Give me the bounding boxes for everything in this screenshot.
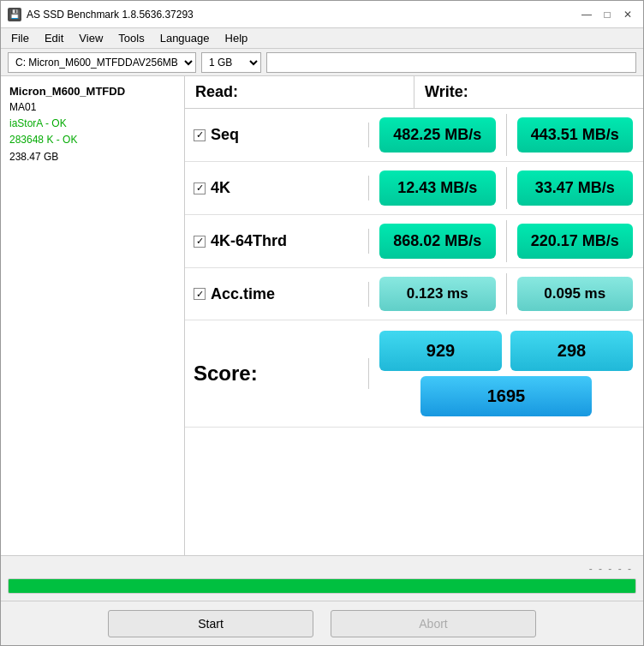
drive-info: MA01 iaStorA - OK 283648 K - OK 238.47 G… (9, 99, 176, 165)
4k-read-value: 12.43 MB/s (379, 170, 496, 206)
menu-edit[interactable]: Edit (38, 30, 70, 46)
right-panel: Read: Write: ✓ Seq 482.25 MB/s 443.51 MB… (185, 76, 643, 555)
extra-input (266, 52, 636, 73)
4k64-read-value: 868.02 MB/s (379, 224, 496, 259)
acc-label: Acc.time (211, 285, 275, 303)
score-write-value: 298 (510, 331, 633, 371)
bottom-bar: Start Abort (1, 601, 643, 645)
score-label-col: Score: (185, 358, 369, 389)
bench-row-4k64: ✓ 4K-64Thrd 868.02 MB/s 220.17 MB/s (185, 215, 643, 268)
drive-model: MA01 (9, 99, 176, 116)
menu-file[interactable]: File (4, 30, 36, 46)
seq-label: Seq (211, 126, 239, 144)
drive-select[interactable]: C: Micron_M600_MTFDDAV256MBF (8, 52, 196, 73)
4k-label-col: ✓ 4K (185, 176, 369, 200)
4k64-label-col: ✓ 4K-64Thrd (185, 229, 369, 254)
4k64-write-col: 220.17 MB/s (507, 220, 644, 262)
progress-dots: - - - - - (589, 563, 633, 575)
menu-bar: File Edit View Tools Language Help (1, 28, 643, 49)
window-controls: — □ ✕ (578, 7, 636, 22)
menu-tools[interactable]: Tools (111, 30, 151, 46)
4k64-label: 4K-64Thrd (211, 232, 287, 250)
4k-write-col: 33.47 MB/s (507, 167, 644, 209)
drive-size-k: 283648 K - OK (9, 132, 176, 148)
score-label: Score: (194, 362, 258, 385)
drive-name: Micron_M600_MTFDD (9, 85, 176, 98)
main-window: 💾 AS SSD Benchmark 1.8.5636.37293 — □ ✕ … (0, 0, 644, 646)
4k-write-value: 33.47 MB/s (517, 170, 634, 206)
read-header: Read: (185, 76, 414, 108)
minimize-button[interactable]: — (578, 7, 595, 22)
seq-write-value: 443.51 MB/s (517, 117, 634, 153)
4k-label: 4K (211, 179, 230, 197)
seq-checkbox[interactable]: ✓ (194, 129, 206, 141)
drive-driver: iaStorA - OK (9, 116, 176, 132)
4k64-checkbox[interactable]: ✓ (194, 236, 206, 248)
start-button[interactable]: Start (108, 610, 313, 637)
seq-write-col: 443.51 MB/s (507, 114, 644, 156)
acc-write-value: 0.095 ms (517, 277, 634, 311)
abort-button[interactable]: Abort (331, 610, 536, 637)
left-panel: Micron_M600_MTFDD MA01 iaStorA - OK 2836… (1, 76, 185, 555)
title-bar: 💾 AS SSD Benchmark 1.8.5636.37293 — □ ✕ (1, 1, 643, 28)
acc-read-value: 0.123 ms (379, 277, 496, 311)
4k64-read-col: 868.02 MB/s (369, 220, 507, 262)
acc-write-col: 0.095 ms (507, 273, 644, 314)
main-area: Micron_M600_MTFDD MA01 iaStorA - OK 2836… (1, 76, 643, 555)
bench-row-acc: ✓ Acc.time 0.123 ms 0.095 ms (185, 268, 643, 320)
maximize-button[interactable]: □ (599, 7, 616, 22)
acc-checkbox[interactable]: ✓ (194, 288, 206, 300)
score-total-value: 1695 (420, 376, 592, 416)
seq-read-value: 482.25 MB/s (379, 117, 496, 153)
4k64-write-value: 220.17 MB/s (517, 224, 634, 259)
write-header: Write: (414, 76, 643, 108)
menu-help[interactable]: Help (218, 30, 255, 46)
title-bar-left: 💾 AS SSD Benchmark 1.8.5636.37293 (8, 8, 194, 21)
score-row: Score: 929 298 1695 (185, 320, 643, 428)
drive-size-gb: 238.47 GB (9, 149, 176, 165)
size-select[interactable]: 1 GB (201, 52, 261, 73)
window-title: AS SSD Benchmark 1.8.5636.37293 (27, 9, 194, 21)
seq-read-col: 482.25 MB/s (369, 114, 507, 156)
acc-read-col: 0.123 ms (369, 273, 507, 314)
menu-language[interactable]: Language (153, 30, 217, 46)
menu-view[interactable]: View (72, 30, 110, 46)
4k-checkbox[interactable]: ✓ (194, 182, 206, 194)
bench-row-4k: ✓ 4K 12.43 MB/s 33.47 MB/s (185, 162, 643, 215)
score-read-value: 929 (379, 331, 502, 371)
bench-row-seq: ✓ Seq 482.25 MB/s 443.51 MB/s (185, 109, 643, 162)
bench-header: Read: Write: (185, 76, 643, 109)
close-button[interactable]: ✕ (619, 7, 636, 22)
app-icon: 💾 (8, 8, 21, 21)
4k-read-col: 12.43 MB/s (369, 167, 507, 209)
score-top-row: 929 298 (379, 331, 633, 371)
progress-area: - - - - - (1, 555, 643, 601)
progress-bar-container (8, 578, 636, 594)
toolbar: C: Micron_M600_MTFDDAV256MBF 1 GB (1, 49, 643, 76)
acc-label-col: ✓ Acc.time (185, 282, 369, 307)
seq-label-col: ✓ Seq (185, 123, 369, 147)
progress-bar-fill (9, 579, 635, 593)
score-values-col: 929 298 1695 (369, 327, 643, 420)
